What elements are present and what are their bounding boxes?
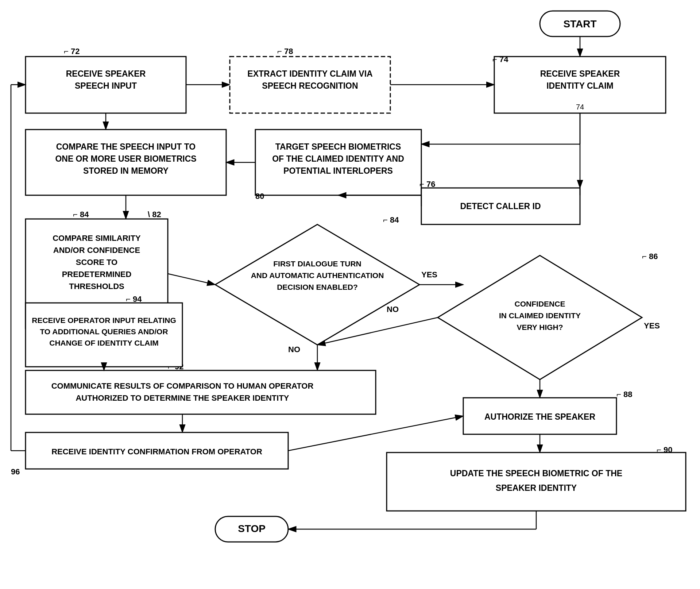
svg-text:74: 74 — [576, 103, 584, 111]
svg-text:IN CLAIMED IDENTITY: IN CLAIMED IDENTITY — [499, 311, 581, 320]
svg-line-87 — [288, 416, 463, 451]
svg-text:SPEAKER IDENTITY: SPEAKER IDENTITY — [496, 483, 577, 493]
svg-text:⌐ 74: ⌐ 74 — [492, 55, 508, 64]
svg-text:⌐ 78: ⌐ 78 — [277, 47, 293, 56]
svg-text:STOP: STOP — [238, 523, 266, 534]
svg-text:VERY HIGH?: VERY HIGH? — [517, 323, 563, 331]
svg-text:⌐ 84: ⌐ 84 — [383, 215, 399, 224]
svg-text:NO: NO — [387, 305, 399, 314]
svg-text:CONFIDENCE: CONFIDENCE — [515, 300, 565, 308]
svg-text:START: START — [563, 18, 596, 30]
svg-text:COMMUNICATE RESULTS OF COMPARI: COMMUNICATE RESULTS OF COMPARISON TO HUM… — [51, 381, 314, 390]
flowchart-diagram: START RECEIVE SPEAKER IDENTITY CLAIM 74 … — [0, 0, 700, 589]
svg-text:CHANGE OF IDENTITY CLAIM: CHANGE OF IDENTITY CLAIM — [49, 339, 158, 347]
svg-text:DECISION ENABLED?: DECISION ENABLED? — [277, 283, 358, 291]
svg-text:COMPARE SIMILARITY: COMPARE SIMILARITY — [53, 234, 141, 243]
svg-rect-79 — [26, 370, 376, 414]
svg-text:NO: NO — [288, 345, 300, 354]
svg-text:FIRST DIALOGUE TURN: FIRST DIALOGUE TURN — [273, 259, 361, 268]
svg-text:AND/OR CONFIDENCE: AND/OR CONFIDENCE — [53, 246, 140, 255]
svg-text:RECEIVE IDENTITY CONFIRMATION : RECEIVE IDENTITY CONFIRMATION FROM OPERA… — [51, 447, 262, 456]
svg-text:OF THE CLAIMED IDENTITY AND: OF THE CLAIMED IDENTITY AND — [272, 154, 404, 163]
svg-text:EXTRACT IDENTITY CLAIM VIA: EXTRACT IDENTITY CLAIM VIA — [247, 69, 372, 78]
svg-text:AUTHORIZED TO DETERMINE THE SP: AUTHORIZED TO DETERMINE THE SPEAKER IDEN… — [76, 393, 289, 403]
svg-text:AUTHORIZE THE SPEAKER: AUTHORIZE THE SPEAKER — [484, 412, 596, 421]
svg-text:COMPARE THE SPEECH INPUT TO: COMPARE THE SPEECH INPUT TO — [56, 142, 196, 151]
svg-text:THRESHOLDS: THRESHOLDS — [69, 282, 124, 291]
svg-text:SPEECH RECOGNITION: SPEECH RECOGNITION — [262, 81, 358, 91]
svg-text:SCORE TO: SCORE TO — [76, 258, 118, 267]
svg-text:RECEIVE OPERATOR INPUT RELATIN: RECEIVE OPERATOR INPUT RELATING — [32, 316, 176, 324]
svg-text:PREDETERMINED: PREDETERMINED — [62, 270, 132, 279]
svg-text:ONE OR MORE USER BIOMETRICS: ONE OR MORE USER BIOMETRICS — [55, 154, 196, 163]
svg-text:⌐ 86: ⌐ 86 — [642, 252, 658, 261]
svg-rect-71 — [387, 453, 686, 511]
svg-text:⌐ 90: ⌐ 90 — [657, 445, 672, 454]
svg-text:POTENTIAL INTERLOPERS: POTENTIAL INTERLOPERS — [283, 166, 393, 176]
svg-text:SPEECH INPUT: SPEECH INPUT — [75, 81, 137, 91]
svg-text:DETECT CALLER ID: DETECT CALLER ID — [460, 201, 541, 211]
svg-text:96: 96 — [11, 467, 20, 476]
svg-text:80: 80 — [255, 192, 264, 201]
svg-text:RECEIVE SPEAKER: RECEIVE SPEAKER — [540, 69, 620, 78]
svg-text:IDENTITY CLAIM: IDENTITY CLAIM — [546, 81, 614, 91]
svg-text:⌐ 88: ⌐ 88 — [616, 390, 632, 399]
svg-text:⌐ 72: ⌐ 72 — [64, 47, 80, 56]
svg-text:UPDATE THE SPEECH BIOMETRIC OF: UPDATE THE SPEECH BIOMETRIC OF THE — [450, 469, 622, 478]
svg-text:\ 82: \ 82 — [148, 210, 161, 219]
svg-text:RECEIVE SPEAKER: RECEIVE SPEAKER — [66, 69, 146, 78]
svg-text:TO ADDITIONAL QUERIES AND/OR: TO ADDITIONAL QUERIES AND/OR — [40, 327, 168, 336]
svg-text:⌐ 84: ⌐ 84 — [73, 210, 89, 219]
svg-text:STORED IN MEMORY: STORED IN MEMORY — [83, 166, 169, 176]
svg-text:YES: YES — [421, 270, 437, 279]
svg-text:⌐ 76: ⌐ 76 — [419, 180, 435, 189]
svg-text:TARGET SPEECH BIOMETRICS: TARGET SPEECH BIOMETRICS — [275, 142, 401, 151]
svg-text:⌐ 94: ⌐ 94 — [126, 294, 142, 304]
svg-text:AND AUTOMATIC AUTHENTICATION: AND AUTOMATIC AUTHENTICATION — [251, 271, 384, 280]
svg-line-53 — [168, 274, 215, 285]
svg-text:YES: YES — [644, 321, 660, 330]
